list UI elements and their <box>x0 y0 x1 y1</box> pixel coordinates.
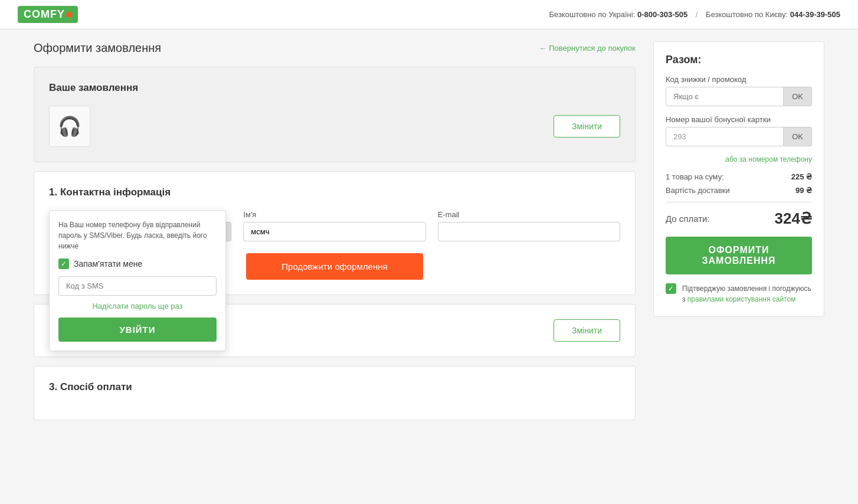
email-input[interactable] <box>438 222 620 241</box>
bonus-input-group: OK <box>666 127 812 146</box>
logo-dot <box>66 12 72 18</box>
section3-title: 3. Спосіб оплати <box>49 381 620 393</box>
phone-link[interactable]: або за номером телефону <box>666 155 812 163</box>
sms-code-input[interactable] <box>58 276 217 296</box>
contact-section: 1. Контактна інформація Номер телефону У… <box>34 171 636 295</box>
agree-checkbox[interactable]: ✓ <box>666 283 676 294</box>
goods-label: 1 товар на суму: <box>666 172 724 181</box>
bonus-label: Номер вашої бонусної картки <box>666 115 812 124</box>
back-link[interactable]: ← Повернутися до покупок <box>539 44 636 53</box>
promo-label: Код знижки / промокод <box>666 75 812 84</box>
section3-card: 3. Спосіб оплати <box>34 366 636 420</box>
phone1: 0-800-303-505 <box>637 10 687 19</box>
page-container: Оформити замовлення ← Повернутися до пок… <box>16 30 842 432</box>
goods-price: 225 ₴ <box>791 172 812 181</box>
page-header: Оформити замовлення ← Повернутися до пок… <box>34 41 636 55</box>
name-field: Ім'я <box>243 210 425 241</box>
email-label: E-mail <box>438 210 620 219</box>
order-button[interactable]: ОФОРМИТИ ЗАМОВЛЕННЯ <box>666 237 812 274</box>
sms-popup-text: На Ваш номер телефону був відправлений п… <box>58 220 217 251</box>
continue-button[interactable]: Продовжити оформлення <box>246 253 423 280</box>
sms-popup: На Ваш номер телефону був відправлений п… <box>49 210 226 351</box>
delivery-price-row: Вартість доставки 99 ₴ <box>666 186 812 195</box>
main-content: Оформити замовлення ← Повернутися до пок… <box>34 41 636 420</box>
sms-login-button[interactable]: УВІЙТИ <box>58 318 217 342</box>
email-field: E-mail <box>438 210 620 241</box>
name-label: Ім'я <box>243 210 425 219</box>
promo-ok-button[interactable]: OK <box>784 87 812 106</box>
change-order-button[interactable]: Змінити <box>554 115 620 138</box>
goods-price-row: 1 товар на суму: 225 ₴ <box>666 172 812 181</box>
phone-label1: Безкоштовно по Україні: <box>549 10 635 19</box>
sidebar-title: Разом: <box>666 54 812 66</box>
remember-checkbox[interactable]: ✓ <box>58 258 69 269</box>
header-phones: Безкоштовно по Україні: 0-800-303-505 / … <box>549 10 840 19</box>
logo[interactable]: COMFY <box>18 6 78 23</box>
order-section: Ваше замовлення 🎧 Змінити <box>34 67 636 162</box>
phone-label2: Безкоштовно по Києву: <box>706 10 788 19</box>
bonus-ok-button[interactable]: OK <box>784 127 812 146</box>
header: COMFY Безкоштовно по Україні: 0-800-303-… <box>0 0 858 30</box>
delivery-price: 99 ₴ <box>795 186 812 195</box>
change-section2-button[interactable]: Змінити <box>554 319 620 342</box>
product-thumbnail: 🎧 <box>49 106 90 147</box>
total-label: До сплати: <box>666 214 710 224</box>
sidebar-card: Разом: Код знижки / промокод OK Номер ва… <box>653 41 824 317</box>
name-input[interactable] <box>243 222 425 241</box>
delivery-label: Вартість доставки <box>666 186 730 195</box>
agree-text: Підтверджую замовлення і погоджуюсь з пр… <box>682 283 812 305</box>
separator: / <box>696 10 698 19</box>
agree-row: ✓ Підтверджую замовлення і погоджуюсь з … <box>666 283 812 305</box>
total-row: До сплати: 324₴ <box>666 210 812 228</box>
price-divider <box>666 202 812 202</box>
remember-label: Запам'ятати мене <box>74 259 142 269</box>
agree-link[interactable]: правилами користування сайтом <box>687 295 796 303</box>
total-price: 324₴ <box>775 210 812 228</box>
phone2: 044-39-39-505 <box>790 10 840 19</box>
promo-input-group: OK <box>666 87 812 106</box>
remember-row: ✓ Запам'ятати мене <box>58 258 217 269</box>
contact-title: 1. Контактна інформація <box>49 186 620 198</box>
promo-input[interactable] <box>666 87 784 106</box>
resend-link[interactable]: Надіслати пароль ще раз <box>58 302 217 310</box>
sidebar: Разом: Код знижки / промокод OK Номер ва… <box>653 41 824 317</box>
page-title: Оформити замовлення <box>34 41 161 55</box>
order-title: Ваше замовлення <box>49 82 620 94</box>
headphone-icon: 🎧 <box>58 115 81 138</box>
bonus-input[interactable] <box>666 127 784 146</box>
order-row: 🎧 Змінити <box>49 106 620 147</box>
logo-text: COMFY <box>18 6 78 23</box>
form-section: Номер телефону Увійти Ім'я E-mail <box>49 210 620 280</box>
